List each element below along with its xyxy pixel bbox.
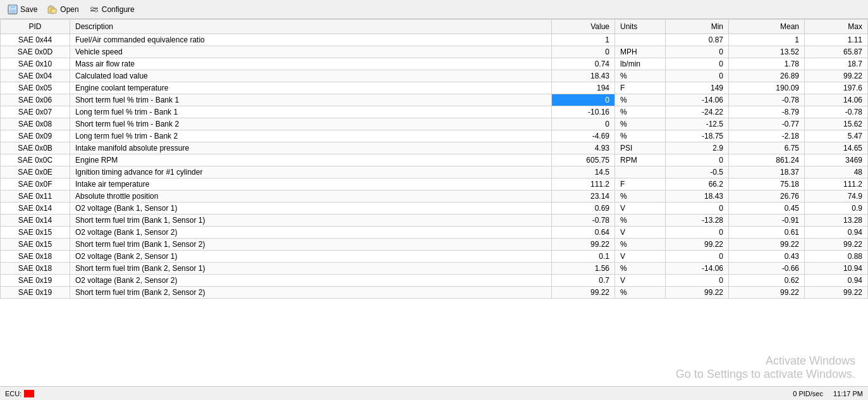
cell-value: 23.14	[552, 191, 615, 203]
cell-min: 18.43	[666, 191, 729, 203]
cell-value: 0.74	[552, 58, 615, 70]
cell-pid: SAE 0x19	[1, 275, 70, 287]
table-row[interactable]: SAE 0x07Long term fuel % trim - Bank 1-1…	[1, 106, 868, 118]
cell-mean: 18.37	[729, 166, 805, 178]
table-row[interactable]: SAE 0x14Short term fuel trim (Bank 1, Se…	[1, 215, 868, 227]
table-row[interactable]: SAE 0x04Calculated load value18.43%026.8…	[1, 70, 868, 82]
cell-pid: SAE 0x19	[1, 287, 70, 299]
cell-value: 0	[552, 118, 615, 130]
table-body: SAE 0x44Fuel/Air commanded equivalence r…	[1, 34, 868, 299]
table-row[interactable]: SAE 0x44Fuel/Air commanded equivalence r…	[1, 34, 868, 46]
table-row[interactable]: SAE 0x05Engine coolant temperature194F14…	[1, 82, 868, 94]
pid-rate: 0 PID/sec	[793, 390, 823, 397]
cell-pid: SAE 0x0D	[1, 46, 70, 58]
cell-description: O2 voltage (Bank 2, Sensor 1)	[70, 251, 552, 263]
header-pid: PID	[1, 20, 70, 34]
table-row[interactable]: SAE 0x08Short term fuel % trim - Bank 20…	[1, 118, 868, 130]
cell-pid: SAE 0x0B	[1, 142, 70, 154]
table-row[interactable]: SAE 0x18O2 voltage (Bank 2, Sensor 1)0.1…	[1, 251, 868, 263]
header-value: Value	[552, 20, 615, 34]
table-row[interactable]: SAE 0x15Short term fuel trim (Bank 1, Se…	[1, 239, 868, 251]
cell-mean: 1	[729, 34, 805, 46]
table-container[interactable]: PID Description Value Units Min Mean Max…	[0, 19, 868, 386]
cell-mean: -0.66	[729, 263, 805, 275]
svg-rect-1	[10, 5, 15, 8]
cell-mean: 0.61	[729, 227, 805, 239]
cell-mean: 861.24	[729, 154, 805, 166]
cell-value: 1.56	[552, 263, 615, 275]
table-row[interactable]: SAE 0x0BIntake manifold absolute pressur…	[1, 142, 868, 154]
cell-mean: 26.76	[729, 191, 805, 203]
cell-mean: 1.78	[729, 58, 805, 70]
cell-units: %	[615, 263, 666, 275]
cell-mean: 190.09	[729, 82, 805, 94]
cell-min: 99.22	[666, 287, 729, 299]
cell-max: 14.06	[805, 94, 868, 106]
cell-units: %	[615, 191, 666, 203]
cell-max: 197.6	[805, 82, 868, 94]
save-button[interactable]: Save	[5, 3, 40, 16]
cell-pid: SAE 0x06	[1, 94, 70, 106]
cell-description: Calculated load value	[70, 70, 552, 82]
svg-point-7	[91, 7, 94, 9]
configure-button[interactable]: Configure	[87, 3, 137, 16]
cell-units: %	[615, 106, 666, 118]
cell-min: 0	[666, 58, 729, 70]
cell-mean: -8.79	[729, 106, 805, 118]
cell-mean: -0.77	[729, 118, 805, 130]
table-row[interactable]: SAE 0x14O2 voltage (Bank 1, Sensor 1)0.6…	[1, 203, 868, 215]
ecu-label: ECU:	[5, 390, 21, 397]
table-row[interactable]: SAE 0x10Mass air flow rate0.74lb/min01.7…	[1, 58, 868, 70]
cell-description: Short term fuel % trim - Bank 1	[70, 94, 552, 106]
cell-description: Short term fuel trim (Bank 1, Sensor 1)	[70, 215, 552, 227]
cell-pid: SAE 0x18	[1, 251, 70, 263]
cell-max: 13.28	[805, 215, 868, 227]
open-button[interactable]: Open	[45, 3, 81, 16]
cell-units: MPH	[615, 46, 666, 58]
cell-max: 1.11	[805, 34, 868, 46]
cell-description: Ignition timing advance for #1 cylinder	[70, 166, 552, 178]
cell-max: 99.22	[805, 239, 868, 251]
table-row[interactable]: SAE 0x11Absolute throttle position23.14%…	[1, 191, 868, 203]
open-label: Open	[60, 5, 78, 14]
status-right: 0 PID/sec 11:17 PM	[793, 390, 863, 397]
cell-description: Engine coolant temperature	[70, 82, 552, 94]
table-row[interactable]: SAE 0x0EIgnition timing advance for #1 c…	[1, 166, 868, 178]
table-row[interactable]: SAE 0x18Short term fuel trim (Bank 2, Se…	[1, 263, 868, 275]
cell-units: F	[615, 178, 666, 191]
cell-max: 0.94	[805, 227, 868, 239]
cell-max: 5.47	[805, 130, 868, 142]
cell-description: Short term fuel trim (Bank 2, Sensor 2)	[70, 287, 552, 299]
table-row[interactable]: SAE 0x09Long term fuel % trim - Bank 2-4…	[1, 130, 868, 142]
table-row[interactable]: SAE 0x19O2 voltage (Bank 2, Sensor 2)0.7…	[1, 275, 868, 287]
header-mean: Mean	[729, 20, 805, 34]
cell-units: V	[615, 275, 666, 287]
cell-value: -10.16	[552, 106, 615, 118]
cell-pid: SAE 0x15	[1, 227, 70, 239]
cell-units	[615, 34, 666, 46]
data-table: PID Description Value Units Min Mean Max…	[0, 19, 868, 299]
table-row[interactable]: SAE 0x0DVehicle speed0MPH013.5265.87	[1, 46, 868, 58]
cell-units: %	[615, 130, 666, 142]
cell-mean: 26.89	[729, 70, 805, 82]
save-label: Save	[20, 5, 37, 14]
cell-value: 14.5	[552, 166, 615, 178]
cell-max: 10.94	[805, 263, 868, 275]
table-row[interactable]: SAE 0x19Short term fuel trim (Bank 2, Se…	[1, 287, 868, 299]
table-row[interactable]: SAE 0x0FIntake air temperature111.2F66.2…	[1, 178, 868, 191]
header-description: Description	[70, 20, 552, 34]
cell-pid: SAE 0x18	[1, 263, 70, 275]
cell-description: Long term fuel % trim - Bank 1	[70, 106, 552, 118]
table-row[interactable]: SAE 0x15O2 voltage (Bank 1, Sensor 2)0.6…	[1, 227, 868, 239]
cell-mean: 13.52	[729, 46, 805, 58]
cell-units: PSI	[615, 142, 666, 154]
table-row[interactable]: SAE 0x0CEngine RPM605.75RPM0861.243469	[1, 154, 868, 166]
cell-max: 48	[805, 166, 868, 178]
cell-pid: SAE 0x0F	[1, 178, 70, 191]
table-row[interactable]: SAE 0x06Short term fuel % trim - Bank 10…	[1, 94, 868, 106]
cell-description: Short term fuel % trim - Bank 2	[70, 118, 552, 130]
cell-pid: SAE 0x09	[1, 130, 70, 142]
cell-min: -14.06	[666, 263, 729, 275]
cell-units: lb/min	[615, 58, 666, 70]
cell-mean: 0.62	[729, 275, 805, 287]
